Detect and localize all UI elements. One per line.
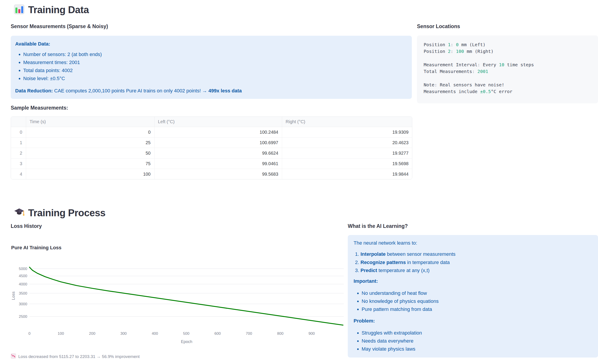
data-cell: 100 (26, 169, 154, 179)
numbered-item: Recognize patterns in temperature data (360, 258, 456, 267)
y-tick-label: 3000 (19, 302, 27, 306)
code-line: Position 2: 100 mm (Right) (424, 48, 591, 55)
row-index-cell: 2 (11, 148, 26, 158)
x-tick-label: 100 (58, 331, 64, 336)
row-index-cell: 0 (11, 127, 26, 138)
x-axis-label: Epoch (181, 339, 192, 344)
important-list: No understanding of heat flowNo knowledg… (354, 289, 439, 313)
column-header[interactable]: Right (°C) (282, 117, 412, 127)
available-data-list: Number of sensors: 2 (at both ends)Measu… (15, 50, 102, 83)
data-cell: 20.4623 (282, 138, 412, 148)
table-header-row[interactable]: Time (s)Left (°C)Right (°C) (11, 117, 412, 127)
y-tick-label: 3500 (19, 291, 27, 296)
problem-label: Problem: (354, 318, 375, 324)
list-item: Number of sensors: 2 (at both ends) (23, 50, 102, 58)
list-item: Measurement times: 2001 (23, 58, 102, 66)
code-line: Total Measurements: 2001 (424, 68, 591, 75)
table-row: 410099.568319.9844 (11, 169, 412, 179)
column-header[interactable] (11, 117, 26, 127)
data-cell: 19.5698 (282, 158, 412, 169)
data-cell: 19.9309 (282, 127, 412, 138)
data-cell: 19.9277 (282, 148, 412, 158)
learning-intro: The neural network learns to: (354, 240, 417, 246)
code-line: Position 1: 0 mm (Left) (424, 41, 591, 48)
data-cell: 75 (26, 158, 154, 169)
x-tick-label: 0 (28, 331, 30, 336)
list-item: Struggles with extrapolation (362, 329, 422, 337)
numbered-item: Predict temperature at any (x,t) (360, 266, 456, 275)
data-reduction-highlight: 499x less data (208, 88, 242, 93)
problem-list: Struggles with extrapolationNeeds data e… (354, 329, 422, 353)
x-tick-label: 600 (215, 331, 221, 336)
x-tick-label: 300 (120, 331, 126, 336)
data-reduction-text: CAE computes 2,000,100 points Pure AI tr… (53, 88, 208, 93)
code-line (424, 55, 591, 61)
column-header[interactable]: Left (°C) (154, 117, 282, 127)
bar-chart-icon (14, 4, 25, 16)
column-header[interactable]: Time (s) (26, 117, 154, 127)
data-cell: 50 (26, 148, 154, 158)
ai-learning-info-box: The neural network learns to: Interpolat… (348, 235, 598, 357)
sensor-locations-code-block[interactable]: Position 1: 0 mm (Left)Position 2: 100 m… (417, 35, 598, 103)
x-tick-label: 700 (246, 331, 252, 336)
data-cell: 99.6624 (154, 148, 282, 158)
table-row: 37599.046119.5698 (11, 158, 412, 169)
loss-chart-plot: 2500300035004000450050000100200300400500… (11, 242, 348, 345)
loss-caption: Loss decreased from 5115.27 to 2203.31 →… (11, 353, 140, 360)
table-heading: Sample Measurements: (11, 105, 68, 111)
list-item: May violate physics laws (362, 345, 422, 353)
list-item: No understanding of heat flow (362, 289, 439, 297)
row-index-cell: 3 (11, 158, 26, 169)
right-column-heading: Sensor Locations (417, 24, 460, 29)
list-item: Pure pattern matching from data (362, 305, 439, 313)
y-axis-label: Loss (11, 291, 16, 300)
data-cell: 99.0461 (154, 158, 282, 169)
data-cell: 0 (26, 127, 154, 138)
x-tick-label: 800 (277, 331, 283, 336)
list-item: Needs data everywhere (362, 337, 422, 345)
list-item: Total data points: 4002 (23, 66, 102, 74)
page-title: Training Data (28, 4, 89, 15)
sample-measurements-table[interactable]: Time (s)Left (°C)Right (°C) 00100.248419… (11, 116, 412, 179)
graduation-cap-icon (14, 207, 25, 219)
code-line: Measurement Interval: Every 10 time step… (424, 61, 591, 68)
important-label: Important: (354, 278, 378, 284)
loss-history-heading: Loss History (11, 223, 42, 229)
x-tick-label: 500 (183, 331, 189, 336)
data-cell: 100.6997 (154, 138, 282, 148)
data-cell: 25 (26, 138, 154, 148)
section-title: Training Process (28, 207, 106, 218)
code-line (424, 75, 591, 82)
data-reduction-label: Data Reduction: (15, 88, 53, 93)
available-data-info-box: Available Data: Number of sensors: 2 (at… (11, 36, 412, 99)
y-tick-label: 4500 (19, 274, 27, 278)
row-index-cell: 4 (11, 169, 26, 179)
left-column-heading: Sensor Measurements (Sparse & Noisy) (11, 24, 108, 29)
section-training-process-header: Training Process (14, 207, 106, 219)
list-item: No knowledge of physics equations (362, 297, 439, 305)
data-cell: 19.9844 (282, 169, 412, 179)
data-cell: 99.5683 (154, 169, 282, 179)
data-reduction-line: Data Reduction: CAE computes 2,000,100 p… (15, 88, 242, 94)
numbered-item: Interpolate between sensor measurements (360, 250, 456, 258)
table-row: 25099.662419.9277 (11, 148, 412, 158)
table-row: 125100.699720.4623 (11, 138, 412, 148)
learning-numbered-list: Interpolate between sensor measurementsR… (354, 250, 456, 275)
caption-text: Loss decreased from 5115.27 to 2203.31 →… (18, 354, 140, 359)
y-tick-label: 5000 (19, 267, 27, 271)
row-index-cell: 1 (11, 138, 26, 148)
y-tick-label: 4000 (19, 282, 27, 286)
loss-chart: Pure AI Training Loss 250030003500400045… (11, 242, 348, 345)
x-tick-label: 200 (89, 331, 95, 336)
list-item: Noise level: ±0.5°C (23, 74, 102, 83)
info-box-heading: Available Data: (15, 41, 50, 47)
y-tick-label: 2500 (19, 314, 27, 319)
code-line: Note: Real sensors have noise! (424, 82, 591, 88)
data-cell: 100.2484 (154, 127, 282, 138)
chart-decreasing-icon (11, 353, 16, 360)
x-tick-label: 900 (308, 331, 315, 336)
x-tick-label: 400 (152, 331, 158, 336)
section-training-data-header: Training Data (14, 4, 89, 16)
code-line: Measurements include ±0.5°C error (424, 88, 591, 95)
ai-learning-heading: What is the AI Learning? (348, 223, 408, 229)
